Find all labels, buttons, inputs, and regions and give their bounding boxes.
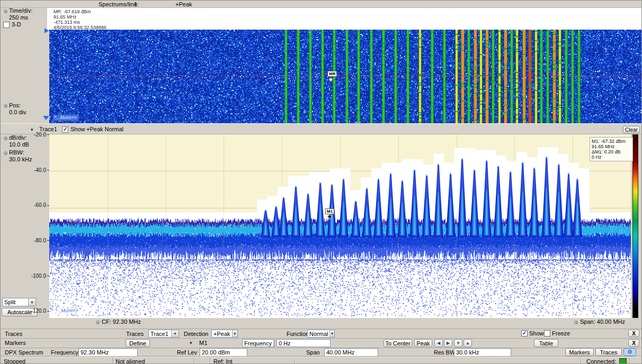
to-center-button[interactable]: To Center <box>384 339 412 347</box>
markers-close-button[interactable]: X <box>628 339 639 347</box>
spectrogram-topbar <box>1 1 642 8</box>
function-select-value: Normal <box>308 330 329 337</box>
markers-panel-label: Markers <box>5 340 26 347</box>
status-separator <box>295 358 295 364</box>
rbw-value[interactable]: 30.0 kHz <box>9 156 32 163</box>
m1-delta: ΔM1: 0.20 dB <box>592 149 631 154</box>
traces-field-label: Traces <box>126 331 144 338</box>
db-div-value[interactable]: 10.0 dB <box>9 141 29 148</box>
spectrum-more-button[interactable]: *...More>> <box>54 308 79 314</box>
spectrums-per-line-value[interactable]: 1 <box>134 1 137 8</box>
freeze-checkbox[interactable] <box>544 330 550 336</box>
run-state-label: Stopped <box>4 358 25 364</box>
trace-select-value: Trace1 <box>149 330 171 337</box>
spectrogram-more-button[interactable]: *...More>> <box>53 115 78 121</box>
detection-select[interactable]: +Peak▼ <box>211 330 238 338</box>
marker-chevron-icon[interactable]: ▾ <box>190 340 192 345</box>
knob-icon[interactable] <box>4 151 7 155</box>
table-button[interactable]: Table <box>534 339 558 347</box>
status-separator <box>194 358 194 364</box>
center-frequency-label[interactable]: CF: 92.30 MHz <box>102 319 141 325</box>
m1-marker-label[interactable]: M1 <box>325 208 334 214</box>
chevron-down-icon: ▼ <box>28 298 35 306</box>
spectrums-per-line-label: Spectrums/line: <box>99 1 139 8</box>
markers-panel-button[interactable]: Markers <box>565 348 594 356</box>
spectrogram-position-marker-icon[interactable] <box>44 28 49 33</box>
knob-icon[interactable] <box>4 10 7 13</box>
status-separator <box>581 358 581 364</box>
spectrogram-canvas[interactable] <box>49 30 642 123</box>
trace-show-checkbox[interactable]: ✓ <box>62 126 68 133</box>
y-axis-tick-label: -60.0 <box>22 202 46 208</box>
y-axis-tick-label: -80.0 <box>22 238 46 243</box>
trace-mode-label: +Peak Normal <box>86 126 123 133</box>
traces-panel-label: Traces <box>5 331 22 338</box>
connected-indicator <box>619 358 627 364</box>
trace-select[interactable]: Trace1▼ <box>148 330 179 338</box>
align-state-label: Not aligned <box>115 358 145 364</box>
show-checkbox[interactable]: ✓ <box>521 330 528 336</box>
gear-icon: ⚙ <box>627 349 632 356</box>
m1-delta-freq: 0 Hz <box>592 154 631 160</box>
peak-button[interactable]: Peak <box>414 339 432 347</box>
marker-field-select[interactable]: Frequency▼ <box>242 339 275 347</box>
knob-icon[interactable] <box>4 104 7 108</box>
mr-time: -471.313 ms <box>54 20 106 25</box>
analyzer-window: Spectrums/line: 1 +Peak Time/div: 250 ms… <box>0 0 642 364</box>
ref-level-label: Ref Lev <box>177 349 197 356</box>
knob-icon[interactable] <box>4 136 7 140</box>
detection-select-value: +Peak <box>212 330 232 337</box>
chevron-down-icon: ▼ <box>232 330 238 337</box>
clear-button[interactable]: Clear <box>623 126 640 133</box>
chevron-down-icon: ▼ <box>171 330 179 337</box>
function-select[interactable]: Normal▼ <box>307 330 335 338</box>
spectrogram-detection-value[interactable]: +Peak <box>175 1 192 8</box>
trace-show-label: Show <box>70 126 85 133</box>
three-d-checkbox[interactable] <box>3 22 10 28</box>
selected-marker-label: M1 <box>199 340 207 347</box>
settings-gear-button[interactable]: ⚙ <box>623 348 636 356</box>
traces-panel-button[interactable]: Traces <box>595 348 622 356</box>
frequency-label: Frequency <box>51 349 78 356</box>
connected-label: Connected: <box>586 358 616 364</box>
status-separator <box>210 358 210 364</box>
split-view-select[interactable]: Split▼ <box>2 298 36 306</box>
mr-amplitude: MR: -67.619 dBm <box>54 9 106 14</box>
span-input[interactable] <box>324 348 378 357</box>
peak-right-button[interactable]: ▶ <box>444 339 452 347</box>
peak-lower-button[interactable]: ▼ <box>454 339 462 347</box>
spectrum-canvas[interactable] <box>49 134 631 318</box>
rbw-label: RBW: <box>9 149 24 156</box>
y-axis-tick-label: -40.0 <box>22 167 46 173</box>
ref-source-label: Ref: Int <box>213 358 232 364</box>
mr-frequency: 91.65 MHz <box>54 14 106 20</box>
check-icon: ✓ <box>63 127 67 132</box>
time-div-value[interactable]: 250 ms <box>9 14 28 21</box>
res-bw-label: Res BW <box>434 349 455 356</box>
mr-marker-label[interactable]: MR <box>327 71 337 77</box>
marker-frequency-input[interactable] <box>277 339 331 347</box>
three-d-label: 3-D <box>12 21 21 28</box>
span-label[interactable]: Span: 40.00 MHz <box>580 319 625 325</box>
status-separator <box>113 358 113 364</box>
pos-value[interactable]: 0.0 div <box>9 109 26 116</box>
m1-frequency: 91.65 MHz <box>592 144 631 149</box>
peak-higher-button[interactable]: ▲ <box>463 339 472 347</box>
define-button[interactable]: Define <box>126 339 150 347</box>
colorbar <box>632 134 638 318</box>
marker-field-value: Frequency <box>243 340 273 347</box>
status-bar: Stopped Not aligned Ref: Int Connected: <box>1 357 642 364</box>
span-field-label: Span <box>306 349 320 356</box>
frequency-input[interactable] <box>78 348 138 357</box>
peak-left-button[interactable]: ◀ <box>434 339 443 347</box>
res-bw-input[interactable] <box>454 348 511 357</box>
pos-label: Pos: <box>9 102 21 109</box>
ref-level-input[interactable] <box>200 348 247 357</box>
spectrogram-bottom-marker-icon[interactable] <box>43 116 49 120</box>
traces-close-button[interactable]: X <box>628 330 639 337</box>
m1-readout-box: M1: -67.32 dBm 91.65 MHz ΔM1: 0.20 dB 0 … <box>590 137 633 161</box>
freeze-label: Freeze <box>552 330 570 337</box>
show-label: Show <box>529 330 544 337</box>
knob-icon[interactable] <box>96 321 100 324</box>
knob-icon[interactable] <box>574 321 578 324</box>
